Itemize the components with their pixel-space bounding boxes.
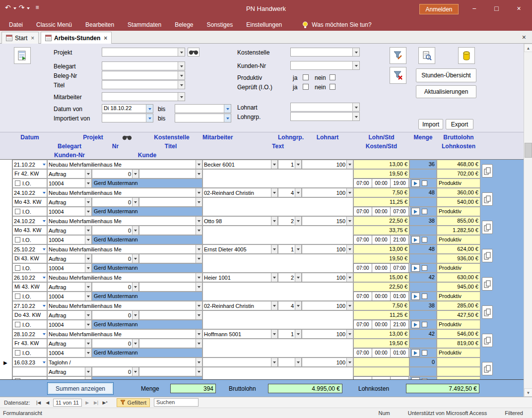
chevron-down-icon[interactable]: [346, 160, 353, 169]
text-field[interactable]: [202, 339, 353, 358]
play-button[interactable]: [411, 236, 420, 243]
chevron-down-icon[interactable]: [346, 245, 353, 253]
belegart-combo[interactable]: Auftrag: [47, 282, 92, 292]
chevron-down-icon[interactable]: [13, 7, 16, 11]
copy-row-button[interactable]: [482, 192, 493, 206]
lohn-std-field[interactable]: 15,00 €: [353, 273, 409, 282]
kunde-field[interactable]: Gerd Mustermann: [92, 348, 202, 358]
chevron-down-icon[interactable]: [271, 245, 277, 253]
redo-icon[interactable]: ↷: [19, 3, 25, 11]
chevron-down-icon[interactable]: [346, 273, 353, 282]
binoculars-icon[interactable]: [122, 134, 132, 142]
time-von-field[interactable]: 07:00: [353, 235, 372, 244]
copy-row-button[interactable]: [482, 164, 493, 178]
menge-field[interactable]: 48: [409, 244, 437, 254]
bruttolohn-field[interactable]: 546,00 €: [437, 329, 480, 339]
chevron-down-icon[interactable]: [27, 7, 30, 11]
menge-field[interactable]: 42: [409, 273, 437, 282]
belegnr-filter-combo[interactable]: [102, 71, 185, 80]
lohnart-combo[interactable]: 100: [302, 244, 353, 254]
menge-empty-field[interactable]: [409, 367, 437, 376]
copy-row-button[interactable]: [482, 249, 493, 262]
titel-combo[interactable]: [139, 367, 202, 376]
kundennr-combo[interactable]: 10004: [47, 235, 92, 244]
nr-combo[interactable]: 0: [92, 310, 139, 320]
minimize-button[interactable]: −: [463, 0, 485, 17]
menu-classic-menue[interactable]: Classic Menü: [36, 21, 72, 28]
belegart-filter-combo[interactable]: [102, 61, 185, 70]
bruttolohn-total-field[interactable]: 4.995,00 €: [268, 384, 342, 393]
lohnart-combo[interactable]: 100: [302, 160, 353, 169]
chevron-down-icon[interactable]: [85, 311, 91, 319]
preview-button[interactable]: [418, 47, 435, 64]
chevron-down-icon[interactable]: [352, 48, 359, 56]
time-von-field[interactable]: 07:00: [353, 320, 372, 329]
scrollbar-thumb[interactable]: [525, 143, 532, 158]
lohnkosten-field[interactable]: 540,00 €: [437, 197, 480, 207]
time-pause-field[interactable]: 00:00: [372, 320, 391, 329]
table-row[interactable]: 24.10.22 Neubau Mehrfamilienhaus Me Otto…: [0, 216, 524, 244]
chevron-down-icon[interactable]: [346, 358, 353, 366]
lohnkosten-field[interactable]: 427,50 €: [437, 310, 480, 320]
time-pause-field[interactable]: 00:00: [372, 348, 391, 358]
chevron-down-icon[interactable]: [295, 358, 301, 366]
menge-field[interactable]: 48: [409, 188, 437, 197]
lohnkosten-field[interactable]: 819,00 €: [437, 339, 480, 348]
bruttolohn-field[interactable]: 624,00 €: [437, 244, 480, 254]
kosten-std-field[interactable]: 22,50 €: [353, 282, 409, 292]
time-von-field[interactable]: 07:00: [353, 348, 372, 358]
mitarbeiter-combo[interactable]: Becker 6001: [202, 160, 278, 169]
search-binoculars-button[interactable]: [188, 48, 200, 57]
menge-total-field[interactable]: 394: [170, 384, 216, 393]
produktiv-row-checkbox[interactable]: [422, 180, 427, 186]
chevron-down-icon[interactable]: [352, 113, 359, 120]
menge-field[interactable]: 38: [409, 301, 437, 310]
menu-belege[interactable]: Belege: [175, 21, 193, 28]
close-form-icon[interactable]: ×: [522, 33, 526, 41]
time-pause-field[interactable]: 00:00: [372, 292, 391, 301]
previous-record-button[interactable]: ◀: [43, 399, 52, 407]
chevron-down-icon[interactable]: [85, 292, 91, 300]
projekt-combo[interactable]: Neubau Mehrfamilienhaus Me: [47, 216, 202, 226]
menu-datei[interactable]: Datei: [9, 21, 23, 28]
titel-combo[interactable]: [139, 310, 202, 320]
lohnart-combo[interactable]: 150: [302, 216, 353, 226]
chevron-down-icon[interactable]: [178, 81, 185, 89]
time-bis-field[interactable]: 01:00: [390, 292, 409, 301]
kunde-field[interactable]: Gerd Mustermann: [92, 263, 202, 273]
record-selector[interactable]: [0, 273, 12, 301]
chevron-down-icon[interactable]: [43, 160, 47, 169]
time-pause-field[interactable]: 00:00: [372, 179, 391, 188]
menge-empty-field[interactable]: [409, 226, 437, 235]
geprueft-ja-checkbox[interactable]: [303, 84, 309, 90]
chevron-down-icon[interactable]: [196, 283, 202, 291]
tab-close-icon[interactable]: ×: [104, 35, 107, 42]
stunden-uebersicht-button[interactable]: Stunden-Übersicht: [416, 68, 476, 82]
chevron-down-icon[interactable]: [85, 254, 91, 263]
kunde-field[interactable]: Gerd Mustermann: [92, 207, 202, 216]
lohn-std-field[interactable]: 7,50 €: [353, 301, 409, 310]
nr-combo[interactable]: 0: [92, 254, 139, 263]
projekt-combo[interactable]: Neubau Mehrfamilienhaus Me: [47, 273, 202, 282]
chevron-down-icon[interactable]: [85, 367, 91, 376]
lohngrp-combo[interactable]: 2: [278, 273, 302, 282]
copy-row-button[interactable]: [482, 277, 493, 291]
menu-stammdaten[interactable]: Stammdaten: [128, 21, 161, 28]
projekt-combo[interactable]: Neubau Mehrfamilienhaus Me: [47, 244, 202, 254]
chevron-down-icon[interactable]: [196, 226, 202, 235]
chevron-down-icon[interactable]: [271, 160, 277, 169]
scroll-up-icon[interactable]: ▲: [524, 44, 532, 52]
bruttolohn-field[interactable]: [437, 358, 480, 367]
produktiv-row-checkbox[interactable]: [422, 350, 427, 356]
copy-row-button[interactable]: [482, 305, 493, 319]
table-row[interactable]: 28.10.22 Neubau Mehrfamilienhaus Me Hoff…: [0, 329, 524, 358]
play-button[interactable]: [411, 208, 420, 215]
chevron-down-icon[interactable]: [295, 245, 301, 253]
projekt-combo[interactable]: Neubau Mehrfamilienhaus Me: [47, 301, 202, 310]
copy-row-button[interactable]: [482, 362, 493, 375]
chevron-down-icon[interactable]: [271, 358, 277, 366]
close-button[interactable]: ×: [508, 0, 530, 17]
nr-combo[interactable]: 0: [92, 367, 139, 376]
mitarbeiter-combo[interactable]: Ernst Dieter 4005: [202, 244, 278, 254]
kunde-field[interactable]: Gerd Mustermann: [92, 320, 202, 329]
